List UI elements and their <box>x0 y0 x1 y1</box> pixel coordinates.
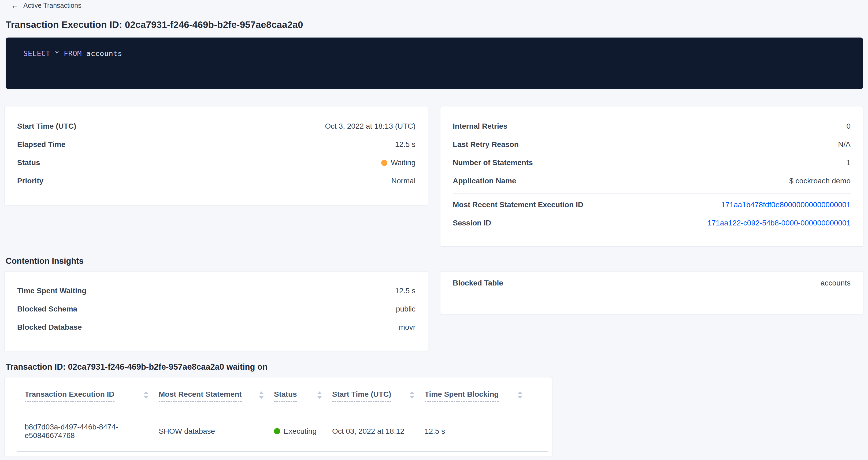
sort-arrows-icon[interactable] <box>144 391 149 399</box>
cell-transaction-execution-id: b8d7d03a-d497-446b-8474-e50846674768 <box>5 423 159 440</box>
column-header-transaction-execution-id[interactable]: Transaction Execution ID <box>5 390 159 402</box>
sql-operator-star: * <box>55 49 59 58</box>
sort-arrows-icon[interactable] <box>259 391 264 399</box>
column-header-status[interactable]: Status <box>274 390 332 402</box>
detail-value: public <box>396 305 415 313</box>
cell-time-spent-blocking: 12.5 s <box>425 427 533 436</box>
sql-statement: SELECT * FROM accounts <box>23 49 122 58</box>
detail-label: Start Time (UTC) <box>17 122 76 130</box>
detail-row-application-name: Application Name $ cockroach demo <box>453 172 850 190</box>
column-header-label[interactable]: Time Spent Blocking <box>425 390 499 402</box>
detail-label: Most Recent Statement Execution ID <box>453 201 583 209</box>
detail-label: Blocked Schema <box>17 305 77 313</box>
detail-label: Number of Statements <box>453 158 533 167</box>
detail-row-number-of-statements: Number of Statements 1 <box>453 154 850 172</box>
breadcrumb[interactable]: ← Active Transactions <box>11 2 82 9</box>
card-divider <box>453 193 850 193</box>
detail-row-blocked-schema: Blocked Schema public <box>17 300 415 318</box>
status-value: Waiting <box>381 158 415 167</box>
detail-value: Normal <box>392 177 415 185</box>
detail-row-status: Status Waiting <box>17 154 415 172</box>
detail-value: 0 <box>846 122 850 130</box>
status-waiting-dot-icon <box>381 160 388 166</box>
column-header-label[interactable]: Status <box>274 390 297 402</box>
statement-execution-id-link[interactable]: 171aa1b478fdf0e80000000000000001 <box>721 201 850 209</box>
detail-row-last-retry-reason: Last Retry Reason N/A <box>453 135 850 154</box>
detail-label: Internal Retries <box>453 122 507 130</box>
waiting-on-table-card: Transaction Execution ID Most Recent Sta… <box>5 377 552 457</box>
detail-row-priority: Priority Normal <box>17 172 415 190</box>
column-header-label[interactable]: Start Time (UTC) <box>332 390 391 402</box>
execution-summary-card: Internal Retries 0 Last Retry Reason N/A… <box>440 106 863 247</box>
contention-left-card: Time Spent Waiting 12.5 s Blocked Schema… <box>5 271 428 351</box>
sort-arrows-icon[interactable] <box>317 391 322 399</box>
table-header-row: Transaction Execution ID Most Recent Sta… <box>5 377 552 411</box>
detail-row-elapsed-time: Elapsed Time 12.5 s <box>17 135 415 154</box>
cell-most-recent-statement: SHOW database <box>159 427 274 436</box>
detail-label: Last Retry Reason <box>453 140 519 149</box>
sort-arrows-icon[interactable] <box>518 391 523 399</box>
detail-value: 12.5 s <box>395 140 415 149</box>
column-header-most-recent-statement[interactable]: Most Recent Statement <box>159 390 274 402</box>
contention-right-card: Blocked Table accounts <box>440 271 863 315</box>
cell-start-time: Oct 03, 2022 at 18:12 <box>332 427 425 436</box>
detail-label: Blocked Table <box>453 279 503 287</box>
page-title: Transaction Execution ID: 02ca7931-f246-… <box>6 19 303 30</box>
detail-value: 12.5 s <box>395 286 415 295</box>
status-executing-dot-icon <box>274 428 280 434</box>
detail-label: Priority <box>17 177 43 185</box>
detail-label: Session ID <box>453 219 491 227</box>
detail-value: $ cockroach demo <box>789 177 850 185</box>
cell-status: Executing <box>274 427 332 436</box>
detail-label: Time Spent Waiting <box>17 286 86 295</box>
contention-insights-heading: Contention Insights <box>6 256 84 266</box>
status-text: Waiting <box>391 158 415 167</box>
detail-value: 1 <box>846 158 850 167</box>
sql-statement-box: SELECT * FROM accounts <box>6 37 863 89</box>
table-divider <box>17 451 548 452</box>
sql-keyword-select: SELECT <box>23 49 51 58</box>
sql-table-name: accounts <box>86 49 122 58</box>
detail-row-time-spent-waiting: Time Spent Waiting 12.5 s <box>17 282 415 300</box>
active-transaction-details-page: ← Active Transactions Transaction Execut… <box>0 0 868 460</box>
detail-row-session-id: Session ID 171aa122-c092-54b8-0000-00000… <box>453 214 850 232</box>
detail-value: movr <box>399 323 415 332</box>
session-id-link[interactable]: 171aa122-c092-54b8-0000-000000000001 <box>707 219 850 227</box>
waiting-on-heading: Transaction ID: 02ca7931-f246-469b-b2fe-… <box>6 362 268 372</box>
column-header-start-time[interactable]: Start Time (UTC) <box>332 390 425 402</box>
detail-row-blocked-database: Blocked Database movr <box>17 318 415 336</box>
sort-arrows-icon[interactable] <box>410 391 414 399</box>
back-arrow-icon[interactable]: ← <box>11 2 19 9</box>
column-header-label[interactable]: Transaction Execution ID <box>25 390 115 402</box>
detail-value: Oct 3, 2022 at 18:13 (UTC) <box>325 122 415 130</box>
breadcrumb-label[interactable]: Active Transactions <box>23 2 82 9</box>
detail-label: Application Name <box>453 177 516 185</box>
detail-label: Status <box>17 158 40 167</box>
detail-value: N/A <box>838 140 850 149</box>
detail-row-internal-retries: Internal Retries 0 <box>453 117 850 135</box>
column-header-time-spent-blocking[interactable]: Time Spent Blocking <box>425 390 533 402</box>
sql-keyword-from: FROM <box>64 49 82 58</box>
status-text: Executing <box>284 427 317 436</box>
detail-label: Blocked Database <box>17 323 82 332</box>
table-row: b8d7d03a-d497-446b-8474-e50846674768 SHO… <box>5 411 552 451</box>
transaction-summary-card: Start Time (UTC) Oct 3, 2022 at 18:13 (U… <box>5 106 428 205</box>
detail-label: Elapsed Time <box>17 140 65 149</box>
detail-value: accounts <box>820 279 850 287</box>
detail-row-blocked-table: Blocked Table accounts <box>453 274 850 292</box>
column-header-label[interactable]: Most Recent Statement <box>159 390 242 402</box>
detail-row-start-time: Start Time (UTC) Oct 3, 2022 at 18:13 (U… <box>17 117 415 135</box>
detail-row-statement-execution-id: Most Recent Statement Execution ID 171aa… <box>453 196 850 214</box>
